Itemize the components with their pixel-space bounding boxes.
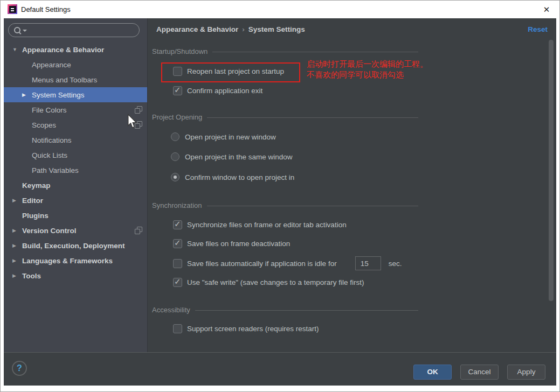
sidebar-item-label: Menus and Toolbars [32,76,97,84]
check-icon: ✓ [174,85,181,95]
checkbox-row-screen-readers[interactable]: ✓ Support screen readers (requires resta… [173,324,319,333]
seconds-suffix-label: sec. [389,260,402,268]
sidebar-item-label: Keymap [22,181,51,190]
checkbox-label: Support screen readers (requires restart… [187,325,319,333]
chevron-right-icon[interactable]: ▶ [12,258,22,263]
apply-button[interactable]: Apply [507,365,545,380]
checkbox-label: Reopen last project on startup [187,67,284,75]
sidebar-item-label: System Settings [32,91,85,99]
radio-label: Confirm window to open project in [185,173,294,181]
checkbox-row-save-idle[interactable]: ✓ Save files automatically if applicatio… [173,256,402,270]
dialog-body: ▼ Appearance & Behavior Appearance Menus… [4,18,556,386]
sidebar-item-label: Editor [22,197,43,205]
sidebar-item-plugins[interactable]: Plugins [4,208,147,223]
breadcrumb: Appearance & Behavior›System Settings [156,18,305,40]
radio-row-open-new-window[interactable]: Open project in new window [171,132,276,141]
sidebar-item-scopes[interactable]: Scopes [4,117,147,132]
help-button[interactable]: ? [12,361,27,376]
sidebar-item-keymap[interactable]: Keymap [4,178,147,193]
section-title: Synchronization [152,201,202,209]
chevron-right-icon[interactable]: ▶ [12,198,22,203]
intellij-app-icon [8,4,17,14]
checkbox[interactable]: ✓ [173,220,182,229]
ok-button[interactable]: OK [413,365,452,380]
section-rule [212,52,418,52]
settings-sidebar: ▼ Appearance & Behavior Appearance Menus… [4,18,148,353]
sidebar-item-system-settings[interactable]: ▶ System Settings [4,87,147,102]
settings-content: Startup/Shutdown ✓ Reopen last project o… [148,40,556,353]
checkbox[interactable]: ✓ [173,239,182,248]
check-icon: ✓ [174,219,181,229]
reset-link[interactable]: Reset [528,18,548,40]
sidebar-item-tools[interactable]: ▶ Tools [4,268,147,283]
copy-settings-icon [135,106,142,114]
section-rule [207,117,418,118]
close-icon[interactable]: ✕ [538,1,555,18]
breadcrumb-system-settings: System Settings [248,25,305,33]
radio-row-open-same-window[interactable]: Open project in the same window [171,152,293,161]
sidebar-item-languages-frameworks[interactable]: ▶ Languages & Frameworks [4,253,147,268]
checkbox-label: Use "safe write" (save changes to a temp… [187,278,364,286]
sidebar-item-path-variables[interactable]: Path Variables [4,163,147,178]
chevron-right-icon[interactable]: ▶ [22,92,32,97]
sidebar-item-build-execution-deployment[interactable]: ▶ Build, Execution, Deployment [4,238,147,253]
check-icon: ✓ [174,277,181,286]
sidebar-item-label: Appearance & Behavior [22,46,104,54]
chevron-down-icon[interactable]: ▼ [12,47,22,52]
copy-settings-icon [135,227,142,234]
sidebar-item-label: File Colors [32,106,67,114]
sidebar-item-menus-toolbars[interactable]: Menus and Toolbars [4,72,147,87]
settings-main-panel: Appearance & Behavior›System Settings Re… [148,18,556,353]
checkbox[interactable]: ✓ [173,86,182,95]
section-project-opening: Project Opening [152,113,418,121]
checkbox[interactable]: ✓ [173,324,182,333]
section-startup-shutdown: Startup/Shutdown [152,47,418,55]
idle-seconds-input[interactable] [355,256,381,270]
search-icon [13,26,22,34]
sidebar-item-label: Version Control [22,227,77,235]
sidebar-item-label: Path Variables [32,166,79,174]
sidebar-item-label: Plugins [22,212,49,220]
radio-label: Open project in new window [185,133,276,141]
vertical-scrollbar[interactable] [549,40,554,301]
sidebar-item-label: Scopes [32,121,56,129]
check-icon: ✓ [174,238,181,248]
checkbox[interactable]: ✓ [173,278,182,287]
checkbox-label: Confirm application exit [187,87,262,95]
button-group: OK Cancel Apply [413,365,545,380]
checkbox-row-confirm-exit[interactable]: ✓ Confirm application exit [173,86,262,95]
checkbox-row-save-on-deactivation[interactable]: ✓ Save files on frame deactivation [173,239,290,248]
radio-button[interactable] [171,173,179,181]
section-title: Startup/Shutdown [152,47,208,55]
radio-button[interactable] [171,132,179,141]
section-rule [207,206,419,206]
search-input[interactable] [8,23,140,37]
checkbox-row-reopen-last-project[interactable]: ✓ Reopen last project on startup [173,67,284,76]
sidebar-item-label: Quick Lists [32,151,67,159]
sidebar-item-editor[interactable]: ▶ Editor [4,193,147,208]
chevron-down-icon[interactable] [23,30,27,32]
sidebar-item-quick-lists[interactable]: Quick Lists [4,148,147,163]
sidebar-item-notifications[interactable]: Notifications [4,132,147,148]
window-title: Default Settings [21,1,71,18]
sidebar-item-version-control[interactable]: ▶ Version Control [4,223,147,238]
checkbox[interactable]: ✓ [173,259,182,268]
annotation-line-1: 启动时打开最后一次编辑的工程。 [307,59,428,69]
sidebar-item-file-colors[interactable]: File Colors [4,102,147,117]
chevron-right-icon[interactable]: ▶ [12,243,22,248]
chevron-right-icon[interactable]: ▶ [12,273,22,278]
checkbox[interactable]: ✓ [173,67,182,76]
radio-button[interactable] [171,152,179,161]
checkbox-row-sync-on-activation[interactable]: ✓ Synchronize files on frame or editor t… [173,220,347,229]
breadcrumb-appearance-behavior[interactable]: Appearance & Behavior [156,25,238,33]
sidebar-item-label: Appearance [32,61,71,69]
annotation-line-2: 不喜欢的同学可以取消勾选 [307,69,428,80]
sidebar-item-appearance[interactable]: Appearance [4,57,147,72]
radio-row-confirm-window[interactable]: Confirm window to open project in [171,173,294,181]
chevron-right-icon[interactable]: ▶ [12,228,22,233]
sidebar-item-appearance-behavior[interactable]: ▼ Appearance & Behavior [4,42,147,57]
checkbox-label: Save files automatically if application … [187,260,337,268]
checkbox-row-safe-write[interactable]: ✓ Use "safe write" (save changes to a te… [173,278,364,287]
section-title: Accessibility [152,306,190,314]
cancel-button[interactable]: Cancel [460,365,499,380]
